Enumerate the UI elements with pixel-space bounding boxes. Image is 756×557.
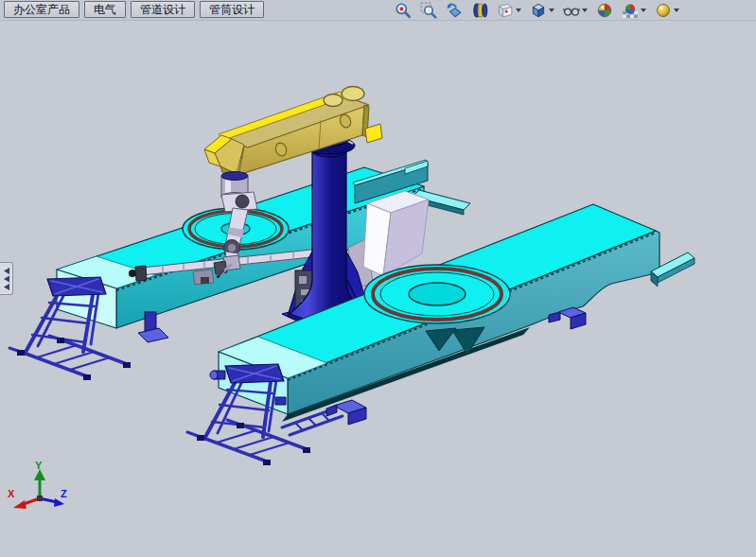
- hide-show-items-button[interactable]: [562, 1, 589, 20]
- view-settings-button[interactable]: [654, 1, 680, 20]
- orientation-triad: Y X Z: [8, 460, 67, 509]
- apply-scene-button[interactable]: [621, 1, 647, 20]
- feature-panel-toggle[interactable]: [0, 262, 13, 295]
- tool-stand-wedge[interactable]: [363, 191, 429, 276]
- zoom-to-area-button[interactable]: [419, 1, 438, 20]
- tab-office-products[interactable]: 办公室产品: [4, 1, 79, 18]
- section-view-icon: [471, 2, 488, 19]
- display-style-dropdown-arrow[interactable]: [549, 9, 554, 12]
- triad-x-label: X: [8, 488, 15, 499]
- view-settings-dropdown-arrow[interactable]: [674, 9, 679, 12]
- tab-piping-design[interactable]: 管道设计: [131, 1, 195, 18]
- zoom-to-fit-icon: [395, 2, 412, 19]
- tab-electrical[interactable]: 电气: [84, 1, 126, 18]
- cad-application-window: Y X Z 估 办公室产品 电气 管道设计 管筒设计: [0, 0, 756, 557]
- zoom-to-fit-button[interactable]: [394, 1, 413, 20]
- apply-scene-icon: [622, 2, 639, 19]
- command-tabs: 估 办公室产品 电气 管道设计 管筒设计: [0, 1, 264, 18]
- hide-show-items-icon: [563, 2, 580, 19]
- previous-view-button[interactable]: [445, 1, 464, 20]
- triad-y-label: Y: [35, 460, 43, 471]
- zoom-to-area-icon: [420, 2, 437, 19]
- right-beam-ring[interactable]: [364, 265, 510, 323]
- heads-up-view-toolbar: [394, 1, 680, 20]
- viewport-3d[interactable]: Y X Z: [0, 0, 756, 557]
- view-orientation-icon: [497, 2, 514, 19]
- edit-appearance-icon: [596, 2, 613, 19]
- display-style-button[interactable]: [529, 1, 555, 20]
- tab-tubing-design[interactable]: 管筒设计: [200, 1, 264, 18]
- triad-z-label: Z: [61, 488, 67, 499]
- display-style-icon: [530, 2, 547, 19]
- robot-boom[interactable]: [204, 87, 382, 181]
- previous-view-icon: [446, 2, 463, 19]
- collapse-left-arrows-icon: [3, 267, 10, 291]
- apply-scene-dropdown-arrow[interactable]: [641, 9, 646, 12]
- view-settings-icon: [655, 2, 672, 19]
- edit-appearance-button[interactable]: [595, 1, 614, 20]
- command-manager-bar: 估 办公室产品 电气 管道设计 管筒设计: [0, 0, 756, 21]
- hide-show-items-dropdown-arrow[interactable]: [582, 9, 588, 12]
- view-orientation-button[interactable]: [496, 1, 522, 20]
- view-orientation-dropdown-arrow[interactable]: [516, 9, 521, 12]
- section-view-button[interactable]: [470, 1, 489, 20]
